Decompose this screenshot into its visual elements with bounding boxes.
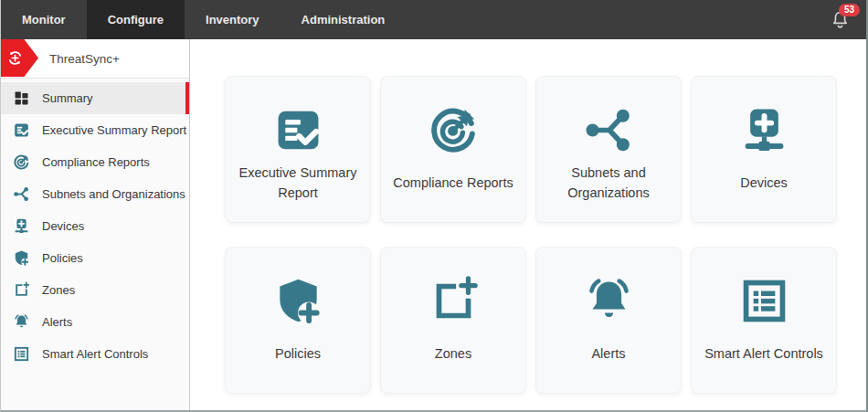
threatsync-configure-page: Monitor Configure Inventory Administrati… <box>0 0 868 412</box>
sidebar-menu: Summary Executive Summary Report Complia… <box>1 79 189 370</box>
body-row: ThreatSync+ Summary Executive Summary Re… <box>1 39 866 410</box>
sidebar-item-compliance-reports[interactable]: Compliance Reports <box>1 146 189 178</box>
card-compliance-reports[interactable]: Compliance Reports <box>380 76 526 223</box>
sidebar-item-subnets-and-organizations[interactable]: Subnets and Organizations <box>1 178 189 210</box>
device-add-icon <box>13 217 30 235</box>
notifications-button[interactable]: 53 <box>826 6 853 34</box>
card-alerts[interactable]: Alerts <box>535 247 682 394</box>
list-table-icon <box>738 273 790 328</box>
threatsync-logo <box>1 39 38 77</box>
sidebar-header: ThreatSync+ <box>1 39 189 79</box>
sidebar-item-label: Policies <box>42 251 83 265</box>
card-executive-summary-report[interactable]: Executive Summary Report <box>225 76 371 223</box>
card-grid: Executive Summary Report Compliance Repo… <box>225 76 866 394</box>
sidebar-item-label: Devices <box>42 219 84 233</box>
nav-tab-administration[interactable]: Administration <box>281 0 407 39</box>
sidebar-item-label: Summary <box>42 91 93 105</box>
card-label: Policies <box>268 328 328 393</box>
sidebar-item-policies[interactable]: Policies <box>1 242 189 274</box>
card-zones[interactable]: Zones <box>380 247 526 394</box>
network-share-icon <box>13 185 30 203</box>
sidebar-item-smart-alert-controls[interactable]: Smart Alert Controls <box>1 338 189 370</box>
target-dart-icon <box>13 153 30 171</box>
card-policies[interactable]: Policies <box>225 247 371 394</box>
bell-solid-icon <box>13 313 30 331</box>
document-check-icon <box>13 121 30 139</box>
card-label: Subnets and Organizations <box>536 157 681 222</box>
card-subnets-and-organizations[interactable]: Subnets and Organizations <box>535 76 682 223</box>
zone-add-icon <box>13 281 30 299</box>
nav-tab-inventory[interactable]: Inventory <box>185 0 281 39</box>
main-content: Executive Summary Report Compliance Repo… <box>190 39 866 410</box>
sidebar-item-label: Subnets and Organizations <box>42 187 185 201</box>
sidebar-item-executive-summary-report[interactable]: Executive Summary Report <box>1 114 189 146</box>
device-add-icon <box>738 102 790 157</box>
bell-solid-icon <box>583 273 635 328</box>
card-label: Executive Summary Report <box>226 157 370 222</box>
sidebar-item-label: Compliance Reports <box>42 155 150 169</box>
shield-add-icon <box>13 249 30 267</box>
sidebar-item-alerts[interactable]: Alerts <box>1 306 189 338</box>
card-label: Alerts <box>584 328 632 393</box>
sidebar-item-zones[interactable]: Zones <box>1 274 189 306</box>
sidebar-item-label: Alerts <box>42 315 72 329</box>
sidebar-item-label: Smart Alert Controls <box>42 347 148 361</box>
zone-add-icon <box>428 273 480 328</box>
nav-right-area: 53 <box>826 0 866 39</box>
card-label: Compliance Reports <box>386 157 520 222</box>
threatsync-sync-plus-icon <box>5 48 26 69</box>
card-smart-alert-controls[interactable]: Smart Alert Controls <box>691 247 837 394</box>
sidebar-item-devices[interactable]: Devices <box>1 210 189 242</box>
notification-count-badge: 53 <box>839 4 860 16</box>
network-share-icon <box>583 102 635 157</box>
document-check-icon <box>272 102 324 157</box>
sidebar-item-label: Zones <box>42 283 75 297</box>
nav-tab-configure[interactable]: Configure <box>87 0 185 39</box>
sidebar-item-label: Executive Summary Report <box>42 123 186 137</box>
sidebar: ThreatSync+ Summary Executive Summary Re… <box>1 39 190 410</box>
top-nav: Monitor Configure Inventory Administrati… <box>1 0 866 39</box>
card-label: Devices <box>733 157 795 222</box>
card-devices[interactable]: Devices <box>691 76 837 223</box>
sidebar-item-summary[interactable]: Summary <box>1 82 189 114</box>
shield-add-icon <box>272 273 324 328</box>
brand-name: ThreatSync+ <box>49 52 120 66</box>
summary-grid-icon <box>13 90 30 107</box>
target-dart-icon <box>428 102 480 157</box>
card-label: Smart Alert Controls <box>697 328 831 393</box>
list-table-icon <box>13 345 30 363</box>
card-label: Zones <box>428 328 479 393</box>
nav-tab-monitor[interactable]: Monitor <box>1 0 87 39</box>
